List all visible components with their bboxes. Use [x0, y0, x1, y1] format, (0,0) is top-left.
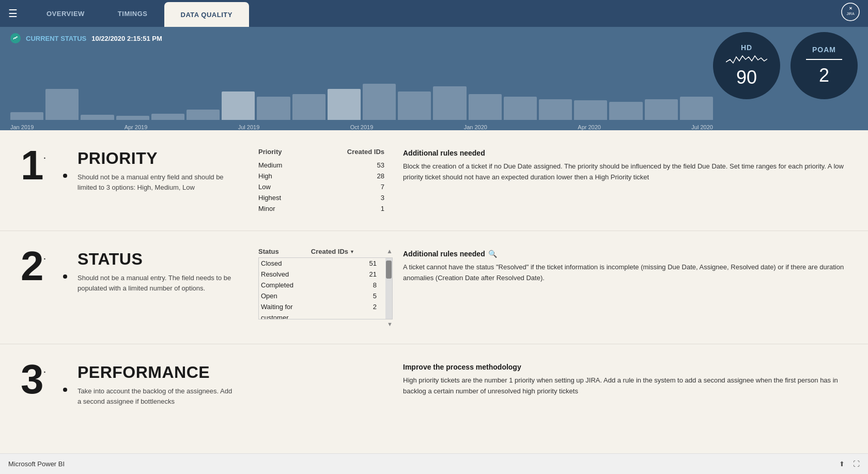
metric-circles: HD 90 POAM 2 — [713, 32, 858, 99]
status-datetime: 10/22/2020 2:15:51 PM — [91, 35, 162, 42]
table-row: Resolved21 — [259, 269, 385, 280]
chart-bar — [574, 100, 607, 120]
chart-label: Apr 2019 — [125, 124, 148, 130]
priority-rules-text: Block the creation of a ticket if no Due… — [403, 161, 847, 183]
poam-title: POAM — [812, 45, 836, 54]
table-row: Highest3 — [258, 192, 393, 203]
table-row: Waiting for2 — [259, 301, 385, 312]
row-value: 21 — [348, 269, 385, 280]
hd-value: 90 — [736, 67, 757, 88]
priority-table: Priority Created IDs Medium53High28Low7H… — [258, 147, 393, 214]
status-rules-title: Additional rules needed 🔍 — [403, 250, 847, 258]
chart-bar — [645, 99, 678, 120]
chart-bar — [469, 94, 502, 120]
table-row: Closed51 — [259, 258, 385, 269]
share-icon[interactable]: ⬆ — [839, 460, 845, 468]
chart-label: Oct 2019 — [350, 124, 374, 130]
priority-section: 1. PRIORITY Should not be a manual entry… — [0, 130, 868, 231]
scrollbar[interactable] — [385, 258, 392, 319]
chart-label: Jul 2019 — [238, 124, 260, 130]
table-row: Completed8 — [259, 280, 385, 290]
priority-number: 1. — [21, 147, 62, 184]
chart-bar — [81, 115, 114, 120]
status-title: STATUS — [78, 250, 233, 269]
chart-bar — [292, 94, 326, 120]
row-value — [348, 312, 385, 319]
chart-bar — [539, 99, 572, 120]
chart-bar — [398, 91, 431, 120]
chart-bar — [222, 91, 255, 120]
top-nav: ☰ OVERVIEW TIMINGS DATA QUALITY ✕ JIRA — [0, 0, 868, 27]
status-icon — [10, 33, 21, 43]
chart-bar — [680, 97, 713, 120]
row-label: customer — [259, 312, 348, 319]
table-row: customer — [259, 312, 385, 319]
chart-label: Apr 2020 — [578, 124, 601, 130]
chart-labels: Jan 2019Apr 2019Jul 2019Oct 2019Jan 2020… — [10, 124, 713, 130]
chart-label: Jan 2020 — [464, 124, 487, 130]
status-table: Closed51Resolved21Completed8Open5Waiting… — [259, 258, 385, 319]
nav-overview[interactable]: OVERVIEW — [30, 0, 101, 27]
performance-rules-title: Improve the process methodology — [403, 363, 847, 371]
chart-bars — [10, 53, 713, 120]
performance-section: 3. PERFORMANCE Take into account the bac… — [0, 344, 868, 423]
row-value: 7 — [314, 181, 393, 192]
row-value: 53 — [314, 160, 393, 171]
chart-bar — [45, 89, 79, 120]
priority-rules: Additional rules needed Block the creati… — [403, 147, 847, 214]
performance-rules-text: High priority tickets are the number 1 p… — [403, 375, 847, 397]
svg-text:✕: ✕ — [849, 6, 853, 11]
current-status-label: CURRENT STATUS — [26, 35, 86, 42]
table-row: Medium53 — [258, 160, 393, 171]
row-value: 8 — [348, 280, 385, 290]
scroll-down-indicator[interactable]: ▼ — [258, 321, 393, 327]
row-value: 1 — [314, 203, 393, 214]
nav-data-quality[interactable]: DATA QUALITY — [164, 2, 249, 27]
row-value: 28 — [314, 171, 393, 181]
priority-title: PRIORITY — [78, 149, 233, 168]
sort-arrow-down[interactable]: ▼ — [350, 249, 354, 254]
chart-bar — [504, 97, 537, 120]
hamburger-menu[interactable]: ☰ — [8, 7, 18, 20]
row-label: Medium — [258, 160, 314, 171]
row-label: Low — [258, 181, 314, 192]
chart-bar — [116, 116, 149, 120]
chart-bar — [187, 110, 220, 120]
poam-metric: POAM 2 — [791, 32, 858, 99]
table-row: Minor1 — [258, 203, 393, 214]
hd-metric: HD 90 — [713, 32, 780, 99]
hd-title: HD — [741, 43, 752, 52]
table-row: Low7 — [258, 181, 393, 192]
expand-icon[interactable]: ⛶ — [853, 460, 860, 468]
status-rules: Additional rules needed 🔍 A ticket canno… — [403, 248, 847, 327]
poam-value: 2 — [819, 65, 829, 86]
svg-text:JIRA: JIRA — [846, 12, 855, 16]
priority-ids-header: Created IDs — [314, 147, 393, 160]
chart-bar — [609, 102, 642, 120]
chart-bar — [433, 86, 466, 120]
scroll-up-arrow[interactable]: ▲ — [386, 248, 393, 255]
performance-desc: Take into account the backlog of the ass… — [78, 386, 233, 406]
hd-wave — [726, 52, 767, 67]
row-label: Completed — [259, 280, 348, 290]
row-label: Open — [259, 290, 348, 301]
status-number: 2. — [21, 248, 62, 285]
row-value: 51 — [348, 258, 385, 269]
status-rules-text: A ticket cannot have the status "Resolve… — [403, 262, 847, 284]
main-content: CURRENT STATUS 10/22/2020 2:15:51 PM Jan… — [0, 27, 868, 453]
row-label: Resolved — [259, 269, 348, 280]
row-label: Minor — [258, 203, 314, 214]
row-label: High — [258, 171, 314, 181]
status-section: 2. STATUS Should not be a manual entry. … — [0, 231, 868, 344]
chart-label: Jul 2020 — [691, 124, 713, 130]
status-ids-header: Created IDs ▼ — [311, 248, 354, 255]
priority-table-col: Priority Created IDs Medium53High28Low7H… — [258, 147, 393, 214]
chart-bar — [257, 97, 290, 120]
app-name: Microsoft Power BI — [8, 460, 65, 468]
chart-bar — [151, 114, 184, 120]
performance-rules: Improve the process methodology High pri… — [403, 361, 847, 406]
scrollbar-thumb[interactable] — [386, 261, 392, 279]
status-bar: CURRENT STATUS 10/22/2020 2:15:51 PM Jan… — [0, 27, 868, 130]
nav-timings[interactable]: TIMINGS — [101, 0, 164, 27]
table-row: High28 — [258, 171, 393, 181]
